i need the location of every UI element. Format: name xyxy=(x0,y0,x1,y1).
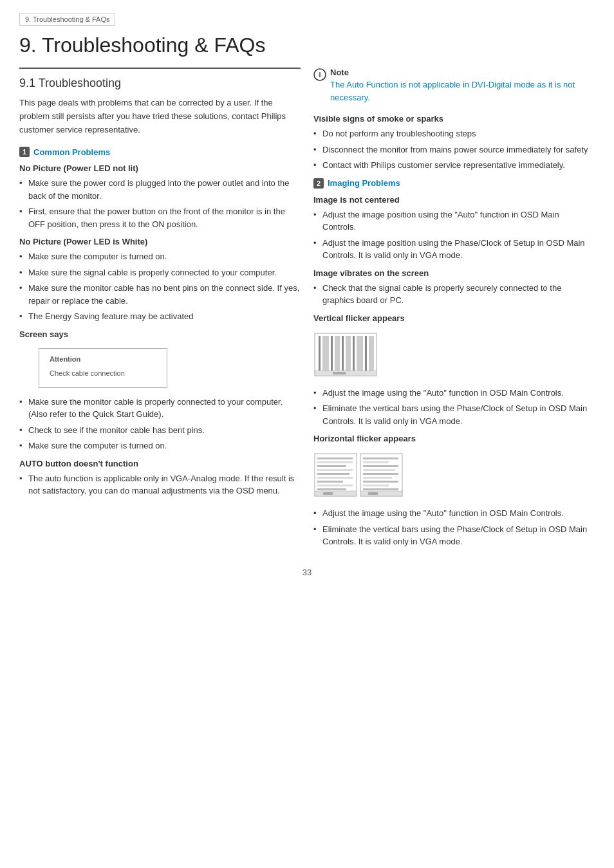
list-item: First, ensure that the power button on t… xyxy=(19,205,301,230)
svg-rect-5 xyxy=(331,336,333,371)
svg-text:i: i xyxy=(319,71,321,78)
section1-title: Common Problems xyxy=(33,147,110,157)
subsection1-title: No Picture (Power LED not lit) xyxy=(19,163,301,173)
imaging4-list: Adjust the image using the "Auto" functi… xyxy=(313,507,595,548)
subsection2-list: Make sure the computer is turned on. Mak… xyxy=(19,250,301,323)
imaging2-title: Image vibrates on the screen xyxy=(313,268,595,278)
note-svg-icon: i xyxy=(313,68,326,81)
horizontal-flicker-image xyxy=(313,452,404,497)
svg-rect-3 xyxy=(319,336,321,371)
svg-rect-30 xyxy=(363,465,398,467)
list-item: Check that the signal cable is properly … xyxy=(313,282,595,307)
imaging1-list: Adjust the image position using the "Aut… xyxy=(313,208,595,262)
section2-number: 2 xyxy=(313,178,324,189)
note-text: The Auto Function is not applicable in D… xyxy=(330,78,595,104)
svg-rect-20 xyxy=(317,473,349,475)
right-column: i Note The Auto Function is not applicab… xyxy=(313,68,595,555)
note-box: i Note The Auto Function is not applicab… xyxy=(313,68,595,104)
svg-rect-29 xyxy=(363,461,389,463)
list-item: Contact with Philips customer service re… xyxy=(313,159,595,172)
page-number: 33 xyxy=(19,568,595,577)
list-item: Adjust the image position using the "Aut… xyxy=(313,208,595,234)
subsection4-title: AUTO button doesn't function xyxy=(19,459,301,468)
imaging2-list: Check that the signal cable is properly … xyxy=(313,282,595,307)
svg-rect-26 xyxy=(323,492,333,495)
subsection4-list: The auto function is applicable only in … xyxy=(19,472,301,497)
svg-rect-14 xyxy=(333,372,346,374)
imaging4-title: Horizontal flicker appears xyxy=(313,434,595,443)
svg-rect-17 xyxy=(317,461,353,463)
section1-number: 1 xyxy=(19,147,30,157)
note-title: Note xyxy=(330,68,595,77)
list-item: Make sure the computer is turned on. xyxy=(19,250,301,263)
svg-rect-4 xyxy=(322,336,329,371)
section-9-1-title: 9.1 Troubleshooting xyxy=(19,77,301,90)
subsection3-title: Screen says xyxy=(19,329,301,339)
svg-rect-32 xyxy=(363,473,398,475)
list-item: Adjust the image using the "Auto" functi… xyxy=(313,507,595,520)
visible-signs-title: Visible signs of smoke or sparks xyxy=(313,114,595,124)
svg-rect-22 xyxy=(317,481,343,483)
svg-rect-38 xyxy=(368,492,378,495)
attention-title: Attention xyxy=(50,355,156,363)
svg-rect-33 xyxy=(363,477,392,479)
svg-rect-6 xyxy=(335,336,340,371)
imaging3-title: Vertical flicker appears xyxy=(313,313,595,323)
list-item: The auto function is applicable only in … xyxy=(19,472,301,497)
svg-rect-37 xyxy=(360,491,402,496)
svg-rect-24 xyxy=(317,488,346,490)
subsection2-title: No Picture (Power LED is White) xyxy=(19,237,301,246)
imaging3-list: Adjust the image using the "Auto" functi… xyxy=(313,387,595,428)
list-item: Make sure the monitor cable has no bent … xyxy=(19,282,301,307)
visible-signs-list: Do not perform any troubleshooting steps… xyxy=(313,127,595,172)
svg-rect-23 xyxy=(317,485,353,486)
list-item: Eliminate the vertical bars using the Ph… xyxy=(313,523,595,548)
divider xyxy=(19,68,301,69)
page-title: 9. Troubleshooting & FAQs xyxy=(19,33,595,57)
svg-rect-21 xyxy=(317,477,353,479)
svg-rect-18 xyxy=(317,465,346,467)
breadcrumb: 9. Troubleshooting & FAQs xyxy=(19,13,115,26)
note-content: Note The Auto Function is not applicable… xyxy=(330,68,595,104)
list-item: Eliminate the vertical bars using the Ph… xyxy=(313,402,595,427)
svg-rect-12 xyxy=(369,336,374,371)
section1-label-row: 1 Common Problems xyxy=(19,147,301,157)
svg-rect-11 xyxy=(365,336,367,371)
svg-rect-36 xyxy=(363,488,398,490)
left-column: 9.1 Troubleshooting This page deals with… xyxy=(19,68,301,504)
svg-rect-34 xyxy=(363,481,398,483)
subsection1-list: Make sure the power cord is plugged into… xyxy=(19,177,301,230)
svg-rect-8 xyxy=(346,336,351,371)
subsection3-list: Make sure the monitor cable is properly … xyxy=(19,396,301,452)
list-item: Make sure the power cord is plugged into… xyxy=(19,177,301,202)
list-item: Make sure the monitor cable is properly … xyxy=(19,396,301,421)
section2-title: Imaging Problems xyxy=(328,178,400,188)
note-icon: i xyxy=(313,68,326,81)
imaging1-title: Image is not centered xyxy=(313,195,595,205)
list-item: Do not perform any troubleshooting steps xyxy=(313,127,595,140)
list-item: Adjust the image position using the Phas… xyxy=(313,237,595,262)
svg-rect-10 xyxy=(357,336,363,371)
svg-rect-19 xyxy=(317,469,353,471)
list-item: Make sure the computer is turned on. xyxy=(19,439,301,452)
svg-rect-7 xyxy=(342,336,344,371)
svg-rect-35 xyxy=(363,485,389,486)
svg-rect-28 xyxy=(363,457,398,459)
intro-text: This page deals with problems that can b… xyxy=(19,97,301,136)
list-item: The Energy Saving feature may be activat… xyxy=(19,310,301,323)
svg-rect-9 xyxy=(353,336,355,371)
vertical-flicker-image xyxy=(313,332,378,377)
svg-rect-25 xyxy=(315,491,357,496)
list-item: Make sure the signal cable is properly c… xyxy=(19,266,301,279)
list-item: Check to see if the monitor cable has be… xyxy=(19,424,301,437)
list-item: Disconnect the monitor from mains power … xyxy=(313,143,595,156)
svg-rect-31 xyxy=(363,469,395,471)
list-item: Adjust the image using the "Auto" functi… xyxy=(313,387,595,400)
section2-label-row: 2 Imaging Problems xyxy=(313,178,595,189)
svg-rect-16 xyxy=(317,457,353,459)
attention-box: Attention Check cable connection xyxy=(39,348,167,388)
attention-body: Check cable connection xyxy=(50,369,156,377)
